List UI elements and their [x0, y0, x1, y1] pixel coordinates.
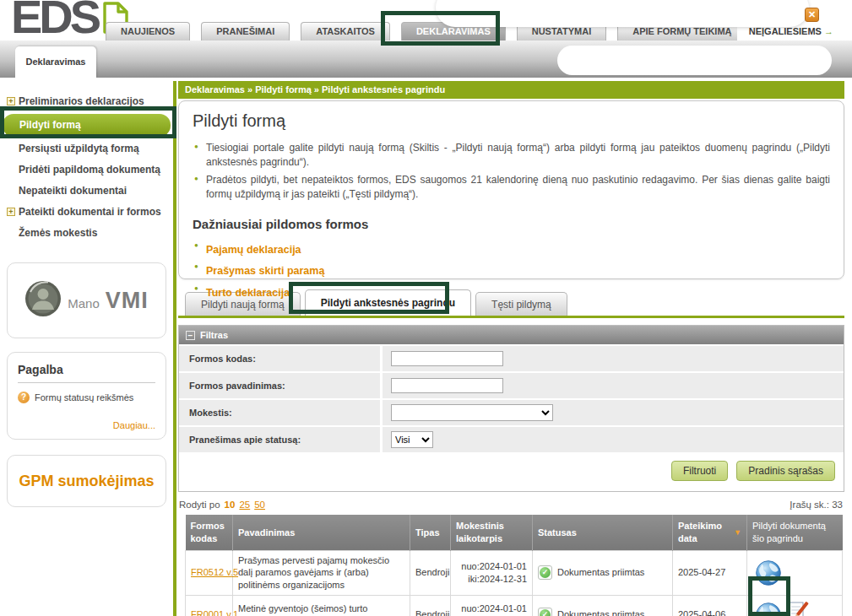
col-header-pateikimo-data[interactable]: ▼ Pateikimo data	[673, 515, 747, 550]
cell-laikotarpis: nuo:2024-01-01 iki:2024-12-31	[451, 596, 533, 616]
page-size-25[interactable]: 25	[239, 500, 250, 510]
check-icon: ✓	[540, 609, 551, 616]
form-code-link[interactable]: FR0512 v.5	[191, 567, 238, 577]
gpm-payment-banner[interactable]: GPM sumokėjimas	[7, 455, 166, 507]
page-size-50[interactable]: 50	[254, 500, 265, 510]
col-header-statusas: Statusas	[533, 515, 673, 550]
filter-header[interactable]: − Filtras	[179, 326, 844, 344]
section-bar: Deklaravimas	[0, 41, 852, 78]
cell-pateikimo-data: 2025-04-27	[673, 550, 747, 596]
form-code-link[interactable]: FR0001 v.1	[191, 609, 238, 616]
sidebar-item-label: Persiųsti užpildytą formą	[19, 143, 139, 154]
intro-bullet-list: Tiesiogiai portale galite pildyti naują …	[193, 141, 830, 203]
sort-desc-icon[interactable]: ▼	[734, 528, 741, 538]
filter-row-pranesimas-apie-statusa: Pranešimas apie statusą: Visi	[179, 427, 844, 452]
link-turto-deklaracija[interactable]: Turto deklaracija	[206, 287, 290, 299]
sidebar-item-zemes-mokestis[interactable]: Žemės mokestis	[0, 223, 173, 244]
mano-vmi-banner[interactable]: Mano VMI	[7, 262, 166, 338]
sidebar-item-pildyti-forma[interactable]: Pildyti formą	[3, 114, 171, 137]
col-header-tipas: Tipas	[410, 515, 451, 550]
filter-field	[383, 373, 844, 398]
redaction-blob-user	[436, 0, 809, 27]
page-size-10[interactable]: 10	[225, 500, 236, 510]
sidebar-item-preliminarios-deklaracijos[interactable]: + Preliminarios deklaracijos	[0, 91, 173, 112]
sidebar-menu: + Preliminarios deklaracijos Pildyti for…	[0, 78, 173, 244]
check-icon: ✓	[540, 567, 551, 578]
eds-portal-page: EDS ✕ NAUJIENOS PRANEŠIMAI ATASKAITOS DE…	[0, 0, 852, 616]
period-from: nuo:2024-01-01	[456, 560, 527, 573]
filter-label: Formos pavadinimas:	[179, 373, 380, 398]
cell-veiksmai	[747, 550, 843, 596]
nav-tab-naujienos[interactable]: NAUJIENOS	[106, 22, 190, 41]
nav-tab-ataskaitos[interactable]: ATASKAITOS	[301, 22, 390, 41]
redaction-blob-bar	[557, 46, 832, 75]
table-row: FR0512 v.5 Prašymas pervesti pajamų moke…	[186, 550, 843, 596]
formos-pavadinimas-input[interactable]	[391, 378, 503, 393]
link-pajamu-deklaracija[interactable]: Pajamų deklaracija	[206, 244, 301, 256]
mano-vmi-text-bold: VMI	[106, 288, 149, 314]
sidebar-item-pateikti-dokumentai-ir-formos[interactable]: + Pateikti dokumentai ir formos	[0, 202, 173, 223]
help-panel: Pagalba ? Formų statusų reikšmės Daugiau…	[7, 352, 166, 440]
section-tab-deklaravimas[interactable]: Deklaravimas	[15, 46, 96, 78]
help-link-label: Formų statusų reikšmės	[35, 392, 133, 403]
edit-form-grid-icon[interactable]	[785, 600, 809, 616]
fill-based-on-web-icon[interactable]	[754, 559, 783, 587]
sidebar-item-label: Pridėti papildomą dokumentą	[19, 164, 160, 176]
formos-kodas-input[interactable]	[391, 351, 503, 366]
mano-vmi-avatar-icon	[24, 280, 62, 321]
list-item: Prašymas skirti paramą	[193, 259, 830, 281]
expand-plus-icon[interactable]: +	[7, 97, 15, 105]
eds-logo-text: EDS	[11, 0, 98, 41]
cell-laikotarpis: nuo:2024-01-01 iki:2024-12-31	[451, 550, 533, 596]
expand-plus-icon[interactable]: +	[7, 208, 15, 216]
sidebar-item-label: Žemės mokestis	[19, 227, 97, 239]
breadcrumb: Deklaravimas » Pildyti formą » Pildyti a…	[178, 81, 844, 99]
col-header-pildyti-dokumenta: Pildyti dokumentą šio pagrindu	[747, 515, 843, 550]
intro-bullet: Pradėtos pildyti, bet nepateiktos formos…	[193, 173, 830, 203]
filter-label: Pranešimas apie statusą:	[179, 427, 380, 452]
common-forms-title: Dažniausiai pildomos formos	[193, 217, 830, 231]
status-label: Dokumentas priimtas	[557, 608, 644, 616]
close-icon[interactable]: ✕	[805, 8, 819, 22]
filter-row-formos-kodas: Formos kodas:	[179, 346, 844, 371]
cell-statusas: ✓ Dokumentas priimtas	[533, 596, 673, 616]
filter-row-mokestis: Mokestis:	[179, 400, 844, 425]
col-header-mokestinis-laikotarpis: Mokestinis laikotarpis	[451, 515, 533, 550]
sidebar-item-label: Pildyti formą	[19, 119, 81, 131]
arrow-right-icon: →	[824, 26, 833, 36]
gpm-payment-label: GPM sumokėjimas	[19, 473, 154, 490]
period-from: nuo:2024-01-01	[456, 602, 527, 615]
col-header-label: Pateikimo data	[678, 521, 722, 543]
intro-bullet: Tiesiogiai portale galite pildyti naują …	[193, 141, 830, 170]
page-title: Pildyti formą	[193, 111, 830, 131]
records-count: Įrašų sk.: 33	[790, 500, 843, 510]
sidebar-divider	[173, 81, 176, 616]
status-accepted-icon: ✓	[538, 565, 552, 580]
filter-field	[383, 346, 844, 371]
col-header-pavadinimas: Pavadinimas	[233, 515, 410, 550]
forms-table: Formos kodas Pavadinimas Tipas Mokestini…	[185, 515, 843, 616]
sidebar-item-nepateikti-dokumentai[interactable]: Nepateikti dokumentai	[0, 181, 173, 202]
filtruoti-button[interactable]: Filtruoti	[671, 461, 728, 481]
pradinis-sarasas-button[interactable]: Pradinis sąrašas	[736, 461, 835, 481]
filter-title: Filtras	[200, 326, 228, 344]
sidebar-item-label: Pateikti dokumentai ir formos	[19, 206, 161, 218]
sidebar-item-persiusti-uzpildyta-forma[interactable]: Persiųsti užpildytą formą	[0, 138, 173, 159]
fill-based-on-web-icon[interactable]	[754, 601, 783, 616]
link-prasymas-skirti-parama[interactable]: Prašymas skirti paramą	[206, 265, 324, 277]
filter-field	[383, 400, 844, 425]
sidebar-item-prideti-papildoma-dokumenta[interactable]: Pridėti papildomą dokumentą	[0, 159, 173, 181]
status-accepted-icon: ✓	[538, 608, 552, 616]
mokestis-select[interactable]	[391, 404, 553, 421]
statuso-pranesimas-select[interactable]: Visi	[391, 431, 433, 448]
col-header-formos-kodas: Formos kodas	[186, 515, 233, 550]
more-link[interactable]: Daugiau...	[18, 420, 155, 430]
main-content: Deklaravimas » Pildyti formą » Pildyti a…	[178, 81, 844, 616]
collapse-minus-icon[interactable]: −	[186, 331, 195, 340]
cell-pavadinimas: Prašymas pervesti pajamų mokesčio dalį p…	[233, 550, 410, 596]
cell-tipas: Bendroji	[410, 550, 451, 596]
nav-tab-pranesimai[interactable]: PRANEŠIMAI	[201, 22, 290, 41]
filter-label: Formos kodas:	[179, 346, 380, 371]
page-size-options: Rodyti po 10 25 50	[179, 500, 265, 510]
help-link-formu-statusu-reiksmes[interactable]: ? Formų statusų reikšmės	[18, 392, 155, 403]
